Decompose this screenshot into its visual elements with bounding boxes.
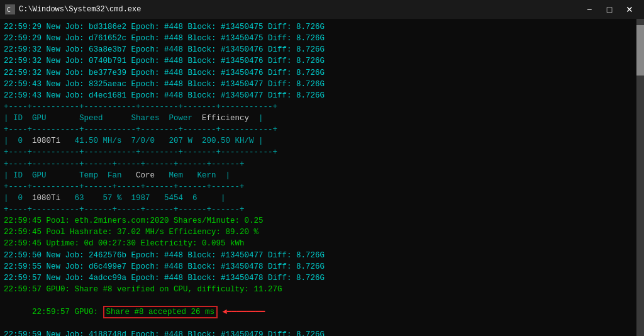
scrollbar[interactable] xyxy=(636,19,644,336)
table-header-row: | ID GPU Speed Shares Power Efficiency | xyxy=(4,113,640,124)
table-border: +----+----------+-----------+--------+--… xyxy=(4,124,640,135)
log-line: 22:59:55 New Job: d6c499e7 Epoch: #448 B… xyxy=(4,261,640,272)
log-line: 22:59:43 New Job: d4ec1681 Epoch: #448 B… xyxy=(4,90,640,101)
share-verified-8: 22:59:57 GPU0: Share #8 verified on CPU,… xyxy=(4,284,640,295)
minimize-button[interactable]: − xyxy=(580,3,599,16)
table-border: +----+----------+------+-----+------+---… xyxy=(4,159,640,170)
titlebar: C C:\Windows\System32\cmd.exe − □ ✕ xyxy=(0,0,644,19)
table-data-row-2: | 0 1080Ti 63 57 % 1987 5454 6 | xyxy=(4,193,640,204)
close-button[interactable]: ✕ xyxy=(620,3,639,16)
log-line: 22:59:32 New Job: 0740b791 Epoch: #448 B… xyxy=(4,55,640,67)
svg-text:C: C xyxy=(7,6,11,13)
log-line: 22:59:29 New Job: bd3186e2 Epoch: #448 B… xyxy=(4,21,640,33)
pool-info-line: 22:59:45 Pool: eth.2miners.com:2020 Shar… xyxy=(4,215,640,227)
window-title: C:\Windows\System32\cmd.exe xyxy=(19,5,580,14)
share-accepted-8: 22:59:57 GPU0: Share #8 accepted 26 ms ◄… xyxy=(4,295,640,329)
table-border: +----+----------+-----------+--------+--… xyxy=(4,101,640,113)
log-line: 22:59:29 New Job: d761652c Epoch: #448 B… xyxy=(4,33,640,44)
table-header-row-2: | ID GPU Temp Fan Core Mem Kern | xyxy=(4,170,640,181)
terminal-area: 22:59:29 New Job: bd3186e2 Epoch: #448 B… xyxy=(0,19,644,336)
red-arrow-8: ◄━━━━━━━━ xyxy=(218,308,265,316)
log-line: 22:59:59 New Job: 4188748d Epoch: #448 B… xyxy=(4,329,640,336)
maximize-button[interactable]: □ xyxy=(600,3,619,16)
uptime-line: 22:59:45 Uptime: 0d 00:27:30 Electricity… xyxy=(4,238,640,249)
log-line: 22:59:50 New Job: 2462576b Epoch: #448 B… xyxy=(4,250,640,261)
log-line: 22:59:57 New Job: 4adcc99a Epoch: #448 B… xyxy=(4,272,640,284)
scrollbar-thumb[interactable] xyxy=(636,25,644,76)
share-accepted-8-highlight: Share #8 accepted 26 ms xyxy=(103,306,218,318)
window-controls: − □ ✕ xyxy=(580,3,639,16)
share-accepted-8-prefix: 22:59:57 GPU0: xyxy=(32,308,103,316)
log-line: 22:59:32 New Job: be377e39 Epoch: #448 B… xyxy=(4,67,640,79)
table-border: +----+----------+------+-----+------+---… xyxy=(4,181,640,193)
table-border: +----+----------+-----------+--------+--… xyxy=(4,147,640,158)
hashrate-line: 22:59:45 Pool Hashrate: 37.02 MH/s Effic… xyxy=(4,227,640,238)
log-line: 22:59:32 New Job: 63a8e3b7 Epoch: #448 B… xyxy=(4,44,640,55)
table-border: +----+----------+------+-----+------+---… xyxy=(4,204,640,215)
table-data-row: | 0 1080Ti 41.50 MH/s 7/0/0 207 W 200.50… xyxy=(4,135,640,147)
log-line: 22:59:43 New Job: 8325aeac Epoch: #448 B… xyxy=(4,79,640,90)
window: C C:\Windows\System32\cmd.exe − □ ✕ 22:5… xyxy=(0,0,644,336)
app-icon: C xyxy=(5,4,15,14)
